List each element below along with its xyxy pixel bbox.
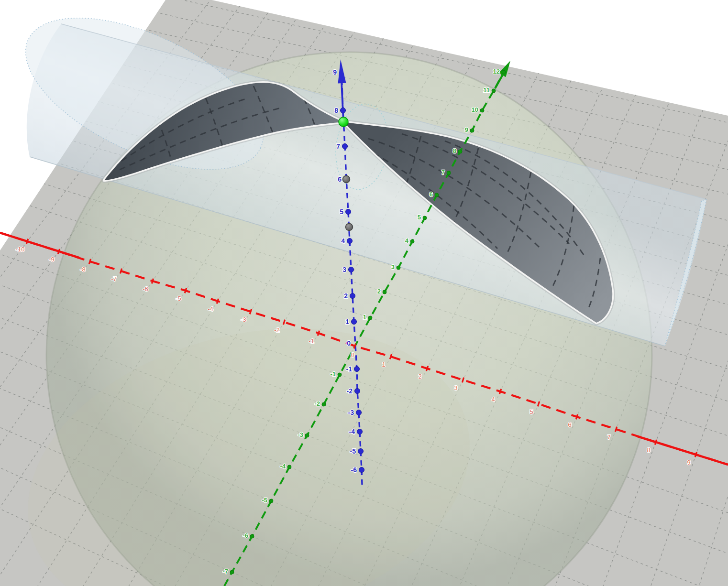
x-tick-label: 8: [647, 446, 650, 454]
y-tick-label: 8: [453, 147, 456, 154]
y-tick: [447, 171, 451, 175]
x-tick-label: -7: [111, 275, 117, 282]
z-tick: [356, 410, 362, 415]
z-tick-label: 5: [340, 208, 343, 216]
z-tick: [349, 267, 354, 272]
y-tick: [250, 534, 254, 538]
y-tick-label: -7: [222, 568, 228, 575]
z-tick: [346, 209, 351, 215]
y-tick-label: -5: [262, 497, 267, 504]
y-tick: [287, 465, 291, 469]
y-tick-label: 3: [391, 263, 395, 271]
z-tick: [341, 108, 346, 113]
y-tick-label: 10: [472, 106, 478, 113]
x-tick-label: -8: [80, 266, 86, 273]
y-tick: [458, 150, 462, 153]
intersection-point-top[interactable]: [339, 117, 348, 127]
z-tick-label: 9: [333, 68, 337, 76]
x-tick-label: -3: [241, 316, 246, 323]
y-tick-label: 9: [465, 126, 468, 133]
z-tick-label: 2: [344, 292, 348, 300]
z-tick: [342, 144, 348, 149]
z-tick-label: -4: [349, 428, 355, 435]
z-tick-label: 1: [345, 318, 349, 326]
y-tick: [423, 216, 427, 220]
x-tick-label: 6: [568, 421, 571, 428]
y-tick-label: 2: [377, 288, 381, 295]
z-tick-label: 8: [334, 107, 338, 114]
x-tick-label: -6: [143, 285, 148, 293]
y-tick: [492, 89, 496, 93]
y-tick: [502, 70, 506, 74]
x-tick-label: 5: [529, 408, 533, 415]
x-tick-label: -10: [16, 246, 25, 253]
y-tick-label: -1: [330, 370, 336, 378]
x-tick-label: 2: [418, 373, 421, 380]
x-tick-label: 3: [454, 384, 457, 391]
x-tick-label: -2: [274, 326, 280, 334]
z-tick-label: -1: [346, 365, 353, 373]
y-tick-label: 12: [493, 68, 500, 75]
y-tick-label: 6: [430, 191, 433, 198]
z-tick-label: 6: [338, 175, 342, 183]
y-tick: [230, 570, 234, 574]
y-tick-label: 11: [483, 87, 490, 94]
x-tick-label: 7: [607, 434, 610, 441]
x-tick-label: 1: [382, 361, 385, 368]
gray-point-lower[interactable]: [346, 224, 353, 231]
y-tick-label: -6: [243, 532, 248, 539]
z-tick: [354, 367, 360, 372]
z-tick: [352, 319, 357, 325]
z-tick: [350, 293, 355, 299]
z-tick: [357, 429, 363, 434]
z-tick-label: 3: [342, 266, 346, 273]
y-tick-label: -2: [314, 400, 320, 407]
y-tick: [410, 239, 414, 243]
y-tick: [383, 290, 386, 294]
z-tick-label: -6: [351, 466, 357, 474]
z-tick: [347, 239, 353, 244]
y-tick: [480, 109, 484, 112]
y-tick: [435, 193, 439, 197]
y-tick: [397, 266, 400, 270]
z-zero-label: 0: [347, 339, 351, 347]
y-tick: [269, 499, 273, 503]
3d-graphics-view[interactable]: -10-9-8-7-6-5-4-3-2-11234567890-7-6-5-4-…: [0, 0, 728, 586]
z-tick: [355, 389, 360, 394]
x-tick-label: 9: [687, 459, 690, 466]
z-tick-label: 4: [341, 237, 345, 245]
z-tick-label: -2: [347, 387, 353, 395]
y-tick-label: 7: [441, 169, 445, 176]
y-tick: [305, 434, 309, 437]
z-tick: [359, 467, 364, 473]
x-tick-label: 4: [491, 396, 495, 403]
x-tick-label: -5: [176, 295, 181, 302]
y-tick-label: 1: [363, 314, 366, 321]
z-tick: [358, 449, 364, 454]
x-tick-label: -1: [309, 337, 314, 345]
gray-point-upper[interactable]: [343, 176, 350, 183]
3d-view-canvas[interactable]: -10-9-8-7-6-5-4-3-2-11234567890-7-6-5-4-…: [0, 0, 728, 586]
y-tick: [338, 373, 342, 377]
y-tick: [322, 402, 326, 406]
y-tick-label: 4: [405, 237, 409, 244]
x-zero-label: 0: [351, 351, 354, 358]
y-tick-label: -3: [298, 431, 303, 438]
y-tick-label: 5: [418, 214, 421, 221]
x-tick-label: -4: [208, 305, 213, 313]
z-tick-label: -5: [350, 447, 356, 455]
y-tick: [470, 129, 474, 132]
z-tick-label: -3: [348, 409, 354, 416]
y-tick: [368, 316, 372, 320]
z-tick-label: 7: [336, 142, 340, 150]
x-tick-label: -9: [49, 256, 55, 263]
y-tick-label: -4: [280, 463, 286, 470]
